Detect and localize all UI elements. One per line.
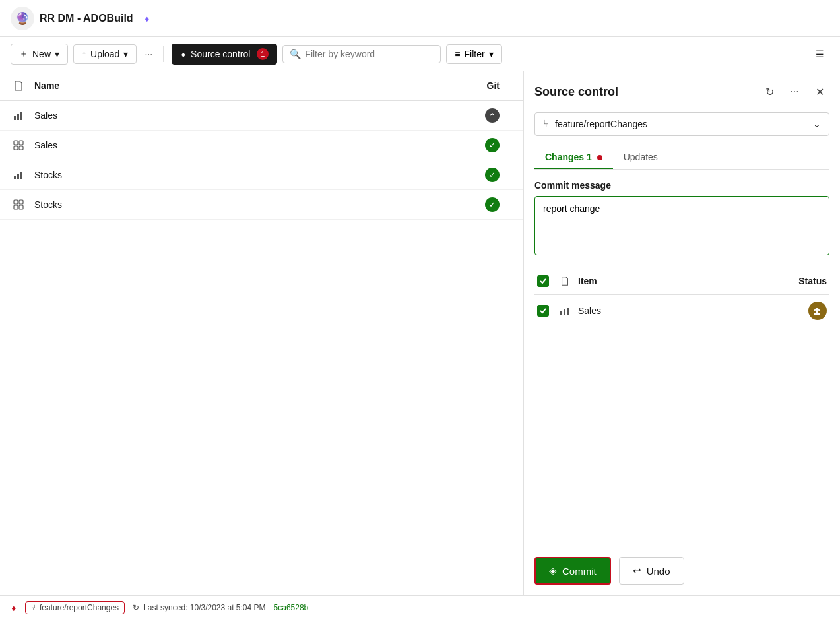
col-name-header: Name [34, 81, 460, 91]
action-buttons: ◈ Commit ↩ Undo [534, 541, 829, 585]
change-checkbox[interactable] [537, 305, 549, 317]
svg-rect-9 [17, 174, 19, 179]
table-row[interactable]: Stocks ✓ [0, 160, 523, 190]
plus-icon: ＋ [19, 48, 28, 60]
table-row[interactable]: Sales [0, 101, 523, 131]
change-file-bar-chart-icon [557, 303, 573, 319]
undo-label: Undo [647, 566, 670, 577]
panel-actions: ↻ ··· ✕ [759, 82, 829, 102]
svg-rect-2 [20, 112, 22, 120]
upload-button[interactable]: ↑ Upload ▾ [73, 44, 137, 64]
toolbar-divider [163, 46, 164, 62]
source-control-label: Source control [191, 49, 250, 59]
select-all-checkbox[interactable] [537, 275, 549, 287]
tab-changes[interactable]: Changes 1 [534, 147, 613, 169]
svg-rect-7 [19, 146, 23, 150]
new-button[interactable]: ＋ New ▾ [11, 44, 68, 65]
status-col-header: Status [798, 276, 827, 286]
status-indicator: ✓ [485, 138, 500, 152]
svg-rect-16 [564, 310, 565, 315]
source-control-button[interactable]: ⬧ Source control 1 [172, 44, 277, 65]
status-indicator: ✓ [485, 168, 500, 182]
changes-badge [597, 155, 602, 160]
new-chevron-icon: ▾ [55, 49, 59, 59]
svg-rect-0 [14, 116, 16, 120]
close-panel-button[interactable]: ✕ [810, 82, 829, 102]
commit-button[interactable]: ◈ Commit [534, 557, 611, 585]
status-indicator: ✓ [485, 197, 500, 212]
branch-dropdown[interactable]: ⑂ feature/reportChanges ⌄ [534, 112, 829, 136]
search-icon: 🔍 [290, 49, 301, 59]
source-control-panel: Source control ↻ ··· ✕ ⑂ feature/reportC… [523, 71, 840, 595]
status-bar: ⬧ ⑂ feature/reportChanges ↻ Last synced:… [0, 595, 840, 619]
more-options-button[interactable]: ··· [142, 45, 155, 63]
panel-title: Source control [534, 85, 759, 99]
app-title: RR DM - ADOBuild [40, 13, 133, 24]
tab-updates[interactable]: Updates [613, 147, 668, 169]
table-row[interactable]: Sales ✓ [0, 131, 523, 160]
svg-rect-10 [20, 172, 22, 179]
grid-icon [11, 137, 26, 153]
status-branch-name: feature/reportChanges [40, 603, 119, 612]
more-options-panel-button[interactable]: ··· [785, 82, 804, 102]
svg-rect-6 [14, 146, 18, 150]
file-name: Sales [34, 110, 460, 121]
svg-rect-4 [14, 141, 18, 145]
sync-icon: ↻ [133, 603, 139, 612]
file-list: Name Git Sales Sales ✓ [0, 71, 523, 595]
item-col-icon [557, 273, 573, 289]
filter-icon: ≡ [455, 49, 460, 59]
upload-icon: ↑ [82, 49, 86, 59]
bar-chart-icon [11, 108, 26, 123]
toolbar: ＋ New ▾ ↑ Upload ▾ ··· ⬧ Source control … [0, 37, 840, 71]
commit-icon: ◈ [549, 565, 557, 577]
upload-chevron-icon: ▾ [123, 49, 128, 59]
filter-label: Filter [465, 49, 485, 59]
panel-header: Source control ↻ ··· ✕ [534, 82, 829, 102]
status-branch-icon: ⑂ [31, 603, 36, 612]
file-status: ✓ [460, 168, 513, 182]
search-input[interactable] [305, 49, 434, 59]
branch-name: feature/reportChanges [555, 119, 813, 129]
undo-button[interactable]: ↩ Undo [619, 557, 684, 585]
svg-rect-12 [19, 200, 23, 204]
svg-rect-13 [14, 205, 18, 209]
sync-label: Last synced: 10/3/2023 at 5:04 PM [143, 603, 265, 612]
main-content: Name Git Sales Sales ✓ [0, 71, 840, 595]
commit-message-input[interactable]: report change [534, 196, 829, 255]
refresh-button[interactable]: ↻ [759, 82, 779, 102]
svg-rect-14 [19, 205, 23, 209]
source-control-badge: 1 [257, 48, 269, 60]
filter-button[interactable]: ≡ Filter ▾ [446, 44, 501, 64]
file-name: Stocks [34, 170, 460, 180]
change-item[interactable]: Sales [534, 295, 829, 327]
change-item-name: Sales [578, 306, 808, 316]
svg-rect-17 [567, 308, 569, 315]
file-name: Sales [34, 140, 460, 150]
branch-chevron-icon: ⌄ [813, 119, 821, 129]
tab-bar: Changes 1 Updates [534, 147, 829, 170]
status-indicator [485, 108, 500, 123]
search-box[interactable]: 🔍 [282, 45, 441, 63]
undo-icon: ↩ [633, 565, 641, 577]
status-sync: ↻ Last synced: 10/3/2023 at 5:04 PM [133, 603, 265, 612]
change-status-icon [808, 302, 827, 320]
item-col-header: Item [578, 276, 798, 286]
commit-message-section: Commit message report change [534, 180, 829, 257]
table-row[interactable]: Stocks ✓ [0, 190, 523, 220]
col-git-header: Git [460, 81, 513, 91]
file-status: ✓ [460, 197, 513, 212]
changes-list: Item Status Sales [534, 268, 829, 327]
file-header-icon [11, 78, 26, 94]
menu-icon-button[interactable]: ☰ [810, 45, 829, 63]
diamond-icon: ⬧ [144, 13, 150, 24]
file-name: Stocks [34, 199, 460, 210]
new-label: New [32, 49, 51, 59]
bar-chart-icon [11, 167, 26, 183]
file-list-header: Name Git [0, 71, 523, 101]
status-branch[interactable]: ⑂ feature/reportChanges [25, 601, 125, 614]
more-icon: ··· [145, 49, 152, 59]
top-bar: 🔮 RR DM - ADOBuild ⬧ [0, 0, 840, 37]
svg-rect-8 [14, 176, 16, 179]
file-status: ✓ [460, 138, 513, 152]
